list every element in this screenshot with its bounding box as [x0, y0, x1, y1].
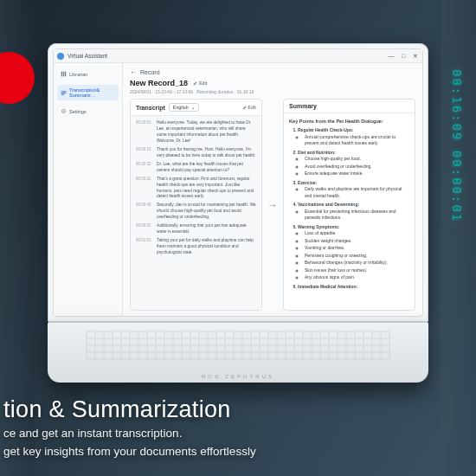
library-icon: [61, 71, 67, 77]
sidebar-item-settings[interactable]: Settings: [57, 106, 119, 117]
breadcrumb-label: Record: [140, 69, 160, 75]
window-titlebar: Virtual Assistant — □ ✕: [54, 49, 422, 63]
sidebar-item-librarian[interactable]: Librarian: [57, 68, 119, 80]
edit-title-label: Edit: [199, 80, 207, 86]
summary-point: Exercise:Daily walks and playtime are im…: [298, 180, 409, 200]
summary-sublist: Daily walks and playtime are important f…: [298, 186, 409, 199]
summary-point: Diet and Nutrition:Choose high-quality p…: [298, 150, 409, 177]
window-close-button[interactable]: ✕: [412, 53, 419, 60]
transcript-text: That's a great question. First and forem…: [157, 177, 256, 201]
transcript-timestamp: 00:01:01: [136, 238, 153, 256]
svg-rect-2: [65, 72, 66, 77]
transcript-text: Thank you for having me, Host. Hello eve…: [157, 147, 256, 159]
screen-bezel: Virtual Assistant — □ ✕ Librarian: [48, 43, 428, 322]
svg-rect-3: [61, 91, 67, 92]
promo-scene: 00:16:09 00:00:01 Virtual Assistant — □ …: [0, 0, 476, 476]
overlay-sub2: get key insights from your documents eff…: [3, 443, 476, 460]
settings-icon: [61, 108, 67, 114]
chevron-down-icon: ⌄: [191, 105, 195, 110]
summary-keypoints-title: Key Points from the Pet Health Dialogue:: [289, 118, 409, 125]
marketing-overlay: tion & Summarization ce and get an insta…: [0, 396, 476, 460]
transcript-timestamp: 00:00:31: [136, 177, 153, 201]
sidebar-item-transcription[interactable]: Transcription& Summariz…: [57, 85, 119, 100]
transcript-panel: Transcript English ⌄ Edit: [130, 99, 262, 311]
summary-subpoint: Annual comprehensive check-ups are cruci…: [305, 134, 409, 147]
summary-point-title: Warning Symptoms:: [298, 224, 339, 229]
window-controls: — □ ✕: [388, 53, 419, 60]
sidebar-item-label: Settings: [69, 109, 87, 114]
summary-point: Immediate Medical Attention:: [298, 284, 409, 291]
summary-sublist: Essential for preventing infectious dise…: [298, 209, 409, 222]
transcript-heading: Transcript: [136, 105, 165, 111]
summary-point-title: Regular Health Check-Ups:: [298, 127, 353, 132]
laptop-brand: ROG ZEPHYRUS: [202, 374, 274, 379]
window-minimize-button[interactable]: —: [388, 53, 395, 60]
summary-point-title: Exercise:: [298, 180, 317, 185]
summary-panel: Summary Key Points from the Pet Health D…: [283, 99, 415, 311]
app-icon: [57, 53, 64, 60]
language-select[interactable]: English ⌄: [169, 103, 199, 112]
app-body: Librarian Transcription& Summariz…: [54, 63, 422, 316]
summary-sublist: Choose high-quality pet food.Avoid overf…: [298, 156, 409, 177]
summary-subpoint: Vomiting or diarrhea.: [305, 245, 409, 252]
summary-subpoint: Daily walks and playtime are important f…: [305, 186, 409, 199]
edit-transcript-button[interactable]: Edit: [242, 105, 256, 110]
summary-list: Regular Health Check-Ups:Annual comprehe…: [289, 127, 409, 290]
summary-subpoint: Persistent coughing or sneezing.: [305, 253, 409, 260]
summary-body[interactable]: Key Points from the Pet Health Dialogue:…: [284, 113, 415, 310]
summary-subpoint: Essential for preventing infectious dise…: [305, 209, 409, 222]
transcript-timestamp: 00:00:15: [136, 147, 153, 159]
transcript-line: 00:00:01Hello everyone. Today, we are de…: [136, 120, 256, 145]
transcript-text: Taking your pet for daily walks and play…: [157, 238, 256, 256]
window-maximize-button[interactable]: □: [400, 53, 407, 60]
transcript-line: 00:00:22Dr. Lee, what are the key health…: [136, 162, 256, 174]
transcript-text: Additionally, ensuring that your pet has…: [157, 223, 256, 235]
overlay-headline: tion & Summarization: [3, 396, 476, 423]
transcript-text: Hello everyone. Today, we are delighted …: [157, 120, 256, 145]
transcript-header: Transcript English ⌄ Edit: [131, 100, 261, 116]
pencil-icon: [193, 81, 197, 86]
summary-subpoint: Sudden weight changes.: [305, 238, 409, 245]
transcript-line: 00:00:43Secondly, diet is crucial for ma…: [136, 203, 256, 221]
svg-rect-5: [61, 93, 65, 94]
transcript-text: Dr. Lee, what are the key health issues …: [157, 162, 256, 174]
record-timerange: 15:23:46→17:10:06: [155, 89, 193, 94]
summary-point-title: Vaccinations and Deworming:: [298, 202, 359, 207]
summary-point-title: Immediate Medical Attention:: [298, 284, 357, 289]
svg-rect-1: [63, 72, 64, 77]
transcript-timestamp: 00:00:52: [136, 223, 153, 235]
sidebar: Librarian Transcription& Summariz…: [54, 63, 123, 316]
app-title: Virtual Assistant: [68, 53, 388, 59]
pencil-icon: [242, 106, 247, 110]
summary-subpoint: Choose high-quality pet food.: [305, 156, 409, 163]
record-duration-label: Recording duration :: [196, 89, 235, 94]
language-value: English: [173, 105, 189, 110]
summary-sublist: Annual comprehensive check-ups are cruci…: [298, 134, 409, 147]
panels-row: Transcript English ⌄ Edit: [130, 99, 415, 311]
main-pane: ← Record New Record_18 Edit 2024/08/01: [123, 63, 422, 316]
transcript-line: 00:01:01Taking your pet for daily walks …: [136, 238, 256, 256]
summary-sublist: Loss of appetite.Sudden weight changes.V…: [298, 230, 409, 281]
summary-subpoint: Skin issues (hair loss or rashes).: [305, 267, 409, 274]
edit-transcript-label: Edit: [248, 105, 256, 110]
transcript-body[interactable]: 00:00:01Hello everyone. Today, we are de…: [131, 116, 261, 310]
decorative-timecode: 00:16:09 00:00:01: [450, 69, 464, 222]
summary-subpoint: Ensure adequate water intake.: [305, 170, 409, 177]
summary-subpoint: Loss of appetite.: [305, 230, 409, 237]
transcript-line: 00:00:15Thank you for having me, Host. H…: [136, 147, 256, 159]
sidebar-item-label: Librarian: [69, 72, 87, 77]
back-button[interactable]: ←: [130, 68, 137, 76]
transcript-timestamp: 00:00:01: [136, 120, 153, 145]
summary-subpoint: Any obvious signs of pain.: [305, 274, 409, 281]
summary-heading: Summary: [289, 103, 317, 109]
svg-point-7: [63, 111, 64, 112]
record-meta: 2024/08/01 15:23:46→17:10:06 Recording d…: [130, 89, 415, 94]
summary-subpoint: Avoid overfeeding or underfeeding.: [305, 164, 409, 170]
summary-subpoint: Behavioral changes (inactivity or irrita…: [305, 260, 409, 267]
svg-rect-0: [61, 72, 62, 77]
transcript-timestamp: 00:00:43: [136, 203, 153, 221]
svg-rect-4: [61, 93, 67, 93]
edit-title-button[interactable]: Edit: [193, 80, 207, 86]
overlay-sub1: ce and get an instant transcription.: [3, 425, 476, 442]
transcribe-icon: [61, 90, 67, 96]
